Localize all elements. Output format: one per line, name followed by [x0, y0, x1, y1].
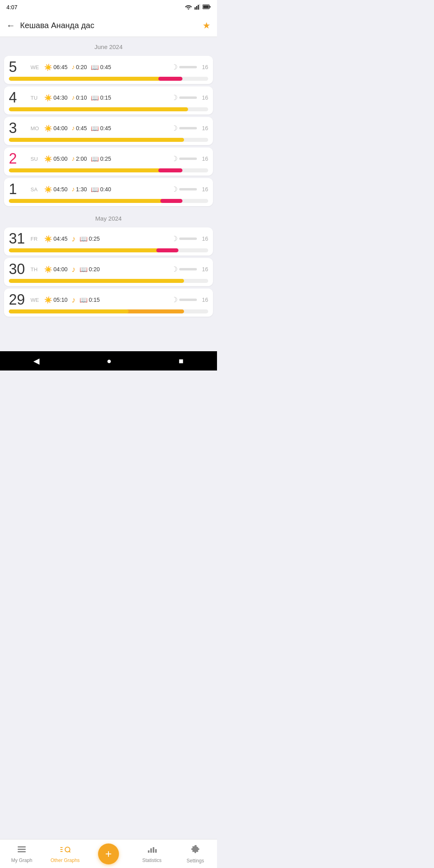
day-card[interactable]: 5WE☀️06:45♪0:20📖0:45☽16 — [4, 56, 213, 84]
book-stat: 📖0:25 — [91, 155, 111, 163]
back-button[interactable]: ← — [6, 20, 15, 31]
svg-rect-5 — [209, 6, 211, 8]
sunrise-value: 05:10 — [53, 297, 68, 303]
day-card[interactable]: 29WE☀️05:10♪📖0:15☽16 — [4, 289, 213, 317]
day-progress-bar — [9, 107, 208, 111]
day-card[interactable]: 30TH☀️04:00♪📖0:20☽16 — [4, 258, 213, 286]
sunrise-value: 04:50 — [53, 186, 68, 192]
android-back[interactable]: ◀ — [33, 356, 39, 366]
sunrise-value: 04:00 — [53, 266, 68, 272]
music-icon: ♪ — [72, 63, 75, 71]
moon-section: ☽ — [171, 265, 197, 274]
day-stats: ☀️05:00♪2:00📖0:25☽ — [44, 154, 197, 163]
day-goal: 16 — [202, 235, 208, 242]
day-progress-bar — [9, 77, 208, 81]
day-number: 1 — [9, 182, 28, 197]
music-value: 0:20 — [76, 64, 87, 70]
day-goal: 16 — [202, 156, 208, 162]
day-stats: ☀️04:50♪1:30📖0:40☽ — [44, 185, 197, 194]
music-value: 2:00 — [76, 156, 87, 162]
day-card[interactable]: 1SA☀️04:50♪1:30📖0:40☽16 — [4, 178, 213, 206]
moon-section: ☽ — [171, 93, 197, 102]
svg-rect-0 — [194, 7, 196, 10]
music-icon: ♪ — [72, 186, 75, 193]
day-progress-bar — [9, 199, 208, 203]
day-number: 5 — [9, 60, 28, 74]
day-name: WE — [31, 297, 42, 303]
day-name: SA — [31, 186, 42, 192]
bar-fill-red — [156, 248, 178, 252]
bar-fill-yellow — [9, 248, 176, 252]
favorite-button[interactable]: ★ — [203, 20, 211, 31]
svg-rect-3 — [199, 4, 200, 10]
bar-fill-yellow — [9, 77, 178, 81]
music-value: 1:30 — [76, 186, 87, 192]
moon-bar — [179, 237, 197, 240]
day-number: 31 — [9, 231, 28, 246]
android-recent[interactable]: ■ — [178, 356, 183, 366]
day-goal: 16 — [202, 94, 208, 101]
book-value: 0:40 — [100, 186, 111, 192]
day-card[interactable]: 2SU☀️05:00♪2:00📖0:25☽16 — [4, 147, 213, 176]
book-value: 0:45 — [100, 125, 111, 131]
day-goal: 16 — [202, 297, 208, 303]
moon-section: ☽ — [171, 234, 197, 243]
book-icon: 📖 — [91, 186, 99, 193]
music-icon: ♪ — [72, 125, 75, 132]
book-stat: 📖0:25 — [80, 235, 100, 243]
sunrise-stat: ☀️05:10 — [44, 296, 68, 304]
day-stats: ☀️04:00♪0:45📖0:45☽ — [44, 124, 197, 133]
book-icon: 📖 — [80, 235, 88, 243]
book-icon: 📖 — [91, 63, 99, 71]
music-stat-empty: ♪ — [72, 265, 76, 274]
android-home[interactable]: ● — [106, 356, 111, 366]
sunrise-value: 04:45 — [53, 235, 68, 242]
day-number: 3 — [9, 121, 28, 135]
day-goal: 16 — [202, 186, 208, 192]
moon-bar — [179, 188, 197, 190]
day-stats: ☀️04:45♪📖0:25☽ — [44, 234, 197, 244]
sunrise-value: 04:00 — [53, 125, 68, 131]
music-icon: ♪ — [72, 265, 76, 274]
bar-track — [9, 279, 208, 283]
moon-section: ☽ — [171, 154, 197, 163]
sunrise-stat: ☀️06:45 — [44, 63, 68, 71]
music-stat: ♪0:20 — [72, 63, 87, 71]
bar-track — [9, 77, 208, 81]
music-icon: ♪ — [72, 155, 75, 162]
sun-icon: ☀️ — [44, 296, 52, 304]
day-card[interactable]: 31FR☀️04:45♪📖0:25☽16 — [4, 227, 213, 256]
day-card-top: 1SA☀️04:50♪1:30📖0:40☽16 — [9, 182, 208, 197]
sunrise-value: 06:45 — [53, 64, 68, 70]
wifi-icon — [185, 4, 192, 11]
bar-fill-red — [158, 168, 182, 172]
music-stat-empty: ♪ — [72, 234, 76, 244]
music-value: 0:45 — [76, 125, 87, 131]
day-card-top: 4TU☀️04:30♪0:10📖0:15☽16 — [9, 90, 208, 105]
sun-icon: ☀️ — [44, 186, 52, 193]
bar-fill-yellow — [9, 107, 188, 111]
day-progress-bar — [9, 248, 208, 252]
music-stat: ♪1:30 — [72, 186, 87, 193]
day-name: WE — [31, 64, 42, 70]
day-card-top: 31FR☀️04:45♪📖0:25☽16 — [9, 231, 208, 246]
status-bar: 4:07 — [0, 0, 217, 14]
music-icon: ♪ — [72, 234, 76, 244]
moon-bar — [179, 158, 197, 160]
day-stats: ☀️05:10♪📖0:15☽ — [44, 295, 197, 305]
day-name: FR — [31, 236, 42, 242]
sunrise-stat: ☀️05:00 — [44, 155, 68, 163]
moon-section: ☽ — [171, 63, 197, 72]
day-card[interactable]: 4TU☀️04:30♪0:10📖0:15☽16 — [4, 86, 213, 115]
book-stat: 📖0:15 — [91, 94, 111, 102]
moon-icon: ☽ — [171, 295, 178, 304]
day-progress-bar — [9, 168, 208, 172]
day-name: TH — [31, 266, 42, 272]
status-icons — [185, 4, 211, 11]
sunrise-value: 05:00 — [53, 156, 68, 162]
battery-icon — [203, 4, 211, 10]
signal-icon — [194, 4, 200, 11]
day-card[interactable]: 3MO☀️04:00♪0:45📖0:45☽16 — [4, 117, 213, 145]
book-icon: 📖 — [80, 266, 88, 273]
moon-icon: ☽ — [171, 185, 178, 194]
